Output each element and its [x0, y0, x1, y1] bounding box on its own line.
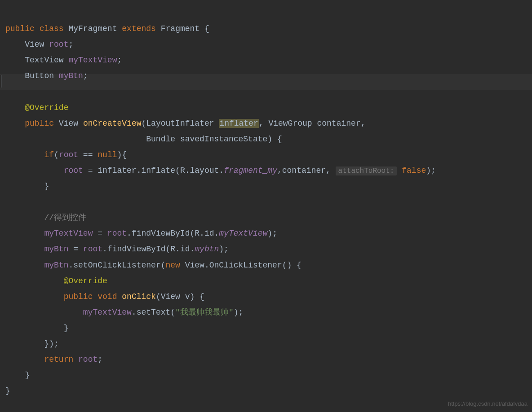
line-20: }	[5, 324, 68, 333]
line-14: myTextView = root.findViewById(R.id.myTe…	[5, 229, 277, 238]
line-5	[5, 87, 10, 96]
code-content: public class MyFragment extends Fragment…	[5, 21, 532, 399]
line-15: myBtn = root.findViewById(R.id.mybtn);	[5, 245, 229, 254]
line-8: Bundle savedInstanceState) {	[5, 135, 282, 144]
line-21: });	[5, 339, 59, 348]
line-17: @Override	[5, 276, 107, 285]
line-24: }	[5, 386, 10, 395]
line-12	[5, 197, 10, 206]
line-1: public class MyFragment extends Fragment…	[5, 24, 209, 33]
line-2: View root;	[5, 40, 73, 49]
param-hint: attachToRoot:	[336, 167, 397, 175]
line-11: }	[5, 182, 49, 191]
line-6: @Override	[5, 103, 68, 112]
line-22: return root;	[5, 355, 102, 364]
line-10: root = inflater.inflate(R.layout.fragmen…	[5, 166, 436, 175]
line-19: myTextView.setText("我最帅我最帅");	[5, 308, 243, 317]
highlighted-parameter: inflater	[219, 119, 258, 128]
line-3: TextView myTextView;	[5, 56, 122, 65]
line-7: public View onCreateView(LayoutInflater …	[5, 119, 365, 128]
text-cursor	[1, 75, 1, 88]
line-16: myBtn.setOnClickListener(new View.OnClic…	[5, 261, 301, 270]
line-4: Button myBtn;	[5, 71, 88, 80]
line-9: if(root == null){	[5, 150, 127, 159]
line-13: //得到控件	[5, 213, 86, 222]
watermark: https://blog.csdn.net/afdafvdaa	[448, 398, 528, 409]
line-18: public void onClick(View v) {	[5, 292, 204, 301]
line-23: }	[5, 371, 30, 380]
code-editor[interactable]: public class MyFragment extends Fragment…	[0, 0, 532, 412]
